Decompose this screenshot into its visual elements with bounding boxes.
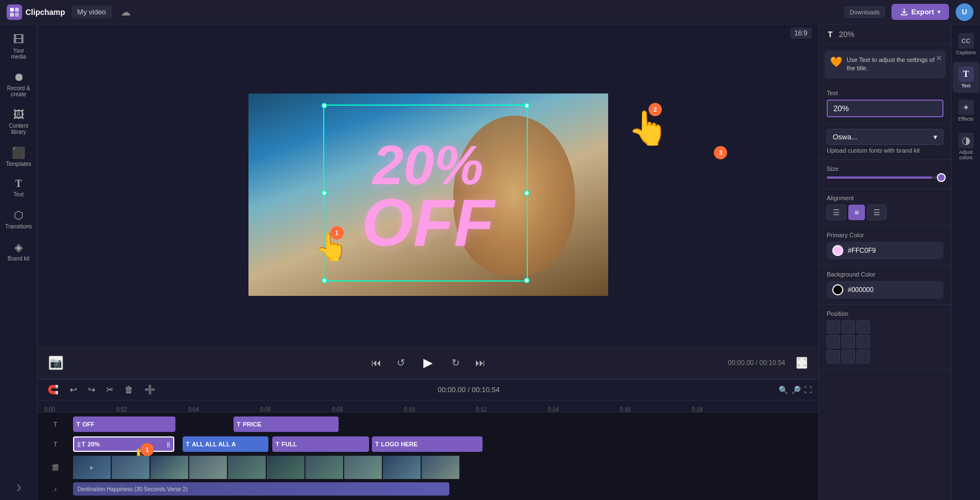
primary-color-picker[interactable]: #FFC0F9	[827, 242, 943, 259]
svg-text:T: T	[828, 30, 833, 39]
size-slider[interactable]	[827, 176, 943, 179]
sidebar-item-transitions[interactable]: ⬡ Transitions	[3, 204, 35, 234]
sidebar-item-text[interactable]: T Text	[3, 174, 35, 202]
pos-mid-left[interactable]	[827, 335, 840, 348]
time-current: 00:00.00	[728, 359, 754, 367]
pos-top-center[interactable]	[842, 320, 855, 334]
svg-rect-3	[15, 13, 19, 17]
clip-20pct-label: 20%	[87, 441, 100, 447]
pos-mid-right[interactable]	[857, 335, 870, 348]
forward-button[interactable]: ↻	[449, 355, 462, 371]
timeline: 🧲 ↩ ↪ ✂ 🗑 ➕ 00:00.00 / 00:10.54 🔍 🔎 ⛶	[38, 378, 818, 500]
downloads-label: Downloads	[849, 9, 879, 15]
fullscreen-button[interactable]: ⛶	[796, 357, 807, 369]
canvas-preview[interactable]: 20% OFF 👆 1	[38, 42, 818, 347]
camera-button[interactable]: 📷	[49, 356, 63, 370]
clip-full[interactable]: T FULL	[272, 436, 369, 452]
adjust-colors-label: Adjust colors	[955, 149, 977, 160]
track-2-clips: || T 20% || 👆 1 T ALL ALL ALL A	[73, 436, 818, 452]
skip-back-button[interactable]: ⏮	[369, 355, 383, 371]
zoom-in-btn[interactable]: 🔎	[791, 386, 801, 394]
background-color-picker[interactable]: #000000	[827, 281, 943, 299]
primary-color-value: #FFC0F9	[848, 247, 876, 254]
templates-icon: ⬛	[12, 146, 25, 159]
size-label: Size	[827, 165, 943, 172]
logo[interactable]: Clipchamp	[7, 4, 65, 20]
clip-price[interactable]: T PRICE	[234, 416, 339, 432]
timeline-tracks: T T OFF T PRICE	[38, 413, 818, 497]
magnet-tool[interactable]: 🧲	[44, 382, 62, 397]
size-slider-thumb[interactable]	[937, 173, 946, 182]
main-layout: 🎞 Your media ⏺ Record & create 🖼 Content…	[0, 24, 980, 500]
sidebar-item-your-media[interactable]: 🎞 Your media	[3, 29, 35, 64]
align-center-button[interactable]: ≡	[848, 205, 865, 220]
right-icon-adjust-colors[interactable]: ◑ Adjust colors	[953, 128, 979, 165]
align-left-button[interactable]: ☰	[827, 205, 846, 220]
track-1-icon: T	[54, 421, 58, 428]
rewind-button[interactable]: ↺	[395, 355, 407, 371]
undo-btn[interactable]: ↩	[66, 382, 80, 397]
clip-off-label: OFF	[82, 421, 95, 428]
add-clip-btn[interactable]: ➕	[141, 382, 159, 397]
sidebar-item-templates[interactable]: ⬛ Templates	[3, 142, 35, 171]
font-dropdown[interactable]: Oswa... ▾	[827, 129, 943, 145]
font-name: Oswa...	[833, 133, 857, 141]
redo-btn[interactable]: ↪	[85, 382, 98, 397]
fit-zoom-btn[interactable]: ⛶	[804, 386, 812, 394]
record-icon: ⏺	[13, 71, 24, 84]
pos-top-left[interactable]	[827, 320, 840, 334]
right-icon-text[interactable]: T Text	[953, 62, 979, 93]
background-color-section: Background Color #000000	[819, 265, 951, 305]
delete-btn[interactable]: 🗑	[121, 383, 137, 397]
sidebar-item-record[interactable]: ⏺ Record & create	[3, 66, 35, 102]
primary-color-label: Primary Color	[827, 232, 943, 238]
pos-mid-center[interactable]	[842, 335, 855, 348]
video-name[interactable]: My video	[72, 6, 112, 18]
timeline-zoom: 🔍 🔎 ⛶	[779, 386, 812, 394]
avatar[interactable]: U	[956, 3, 973, 21]
skip-forward-button[interactable]: ⏭	[473, 355, 488, 371]
export-label: Export	[911, 8, 934, 16]
export-button[interactable]: Export ▾	[891, 4, 949, 20]
position-grid	[827, 320, 943, 363]
size-section: Size	[819, 160, 951, 189]
tooltip-close-button[interactable]: ✕	[936, 54, 942, 62]
sidebar-item-label-brand-kit: Brand kit	[8, 256, 29, 262]
video-frames[interactable]: ▶	[73, 456, 818, 479]
play-button[interactable]: ▶	[418, 353, 438, 373]
clip-logo[interactable]: T LOGO HERE	[372, 436, 483, 452]
clip-handle-l: ||	[77, 441, 81, 447]
pos-top-right[interactable]	[857, 320, 870, 334]
pos-bot-left[interactable]	[827, 350, 840, 363]
clip-t-icon: T	[76, 421, 80, 428]
align-right-button[interactable]: ☰	[867, 205, 886, 220]
upload-fonts-link[interactable]: Upload custom fonts with brand kit	[827, 147, 943, 154]
text-input-field[interactable]	[827, 100, 943, 117]
right-icon-captions[interactable]: CC Captions	[953, 29, 979, 60]
step-badge-timeline-1: 1	[141, 443, 154, 456]
overlay-20pct: 20%	[362, 137, 495, 192]
audio-clip[interactable]: Destination Happiness (30 Seconds Verse …	[73, 482, 449, 496]
cut-btn[interactable]: ✂	[103, 382, 117, 397]
pos-bot-center[interactable]	[842, 350, 855, 363]
sidebar-collapse-btn[interactable]: ❯	[12, 479, 26, 496]
audio-clip-container[interactable]: Destination Happiness (30 Seconds Verse …	[73, 482, 818, 496]
background-color-swatch	[832, 284, 843, 295]
alignment-buttons: ☰ ≡ ☰	[827, 205, 943, 220]
text-section-label: Text	[827, 90, 943, 96]
step-badge-1: 1	[330, 226, 344, 239]
track-row-1: T T OFF T PRICE	[38, 415, 818, 434]
overlay-off: OFF	[362, 192, 495, 252]
video-track-icon: 🎬	[51, 464, 59, 471]
clip-off[interactable]: T OFF	[73, 416, 175, 432]
sidebar-item-brand-kit[interactable]: ◈ Brand kit	[3, 236, 35, 266]
clip-all[interactable]: T ALL ALL ALL A	[183, 436, 268, 452]
aspect-ratio-label[interactable]: 16:9	[790, 28, 812, 39]
sidebar-item-content-library[interactable]: 🖼 Content library	[3, 104, 35, 139]
clip-logo-label: LOGO HERE	[381, 441, 418, 447]
zoom-out-btn[interactable]: 🔍	[779, 386, 788, 394]
pos-bot-right[interactable]	[857, 350, 870, 363]
right-icon-effects[interactable]: ✦ Effects	[953, 95, 979, 126]
downloads-badge[interactable]: Downloads	[844, 7, 884, 18]
clip-20pct[interactable]: || T 20% ||	[73, 436, 174, 452]
